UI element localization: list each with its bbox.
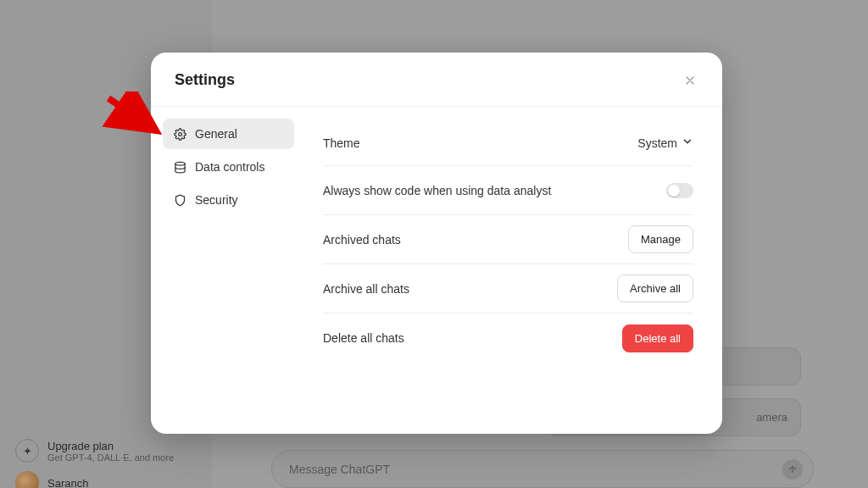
modal-title: Settings	[175, 71, 235, 89]
delete-all-button[interactable]: Delete all	[622, 324, 693, 352]
send-icon[interactable]	[782, 459, 803, 480]
message-placeholder: Message ChatGPT	[289, 463, 390, 476]
setting-delete-all: Delete all chats Delete all	[323, 313, 693, 363]
close-button[interactable]	[682, 72, 698, 89]
setting-label: Theme	[323, 136, 360, 150]
avatar	[15, 471, 39, 488]
upgrade-plan[interactable]: ✦ Upgrade plan Get GPT-4, DALL·E, and mo…	[15, 439, 174, 463]
setting-label: Archived chats	[323, 233, 401, 247]
avatar-name: Saranch	[47, 477, 88, 489]
settings-modal: Settings General Data controls	[151, 53, 722, 434]
upgrade-subtitle: Get GPT-4, DALL·E, and more	[47, 452, 174, 463]
nav-item-label: Data controls	[195, 160, 264, 174]
setting-archive-all: Archive all chats Archive all	[323, 264, 693, 313]
settings-nav: General Data controls Security	[163, 119, 303, 425]
upgrade-title: Upgrade plan	[47, 440, 174, 452]
svg-point-1	[175, 162, 184, 165]
message-input-box[interactable]: Message ChatGPT	[271, 450, 814, 488]
bg-card-camera-text: amera	[756, 411, 787, 424]
code-toggle[interactable]	[666, 183, 693, 198]
setting-archived-chats: Archived chats Manage	[323, 215, 693, 264]
setting-label: Always show code when using data analyst	[323, 184, 551, 197]
setting-label: Archive all chats	[323, 282, 409, 296]
shield-icon	[173, 193, 186, 207]
nav-item-label: General	[195, 127, 237, 141]
nav-item-label: Security	[195, 193, 238, 207]
sparkle-icon: ✦	[15, 439, 39, 463]
setting-code-toggle: Always show code when using data analyst	[323, 166, 693, 215]
nav-item-security[interactable]: Security	[163, 185, 294, 215]
theme-value: System	[637, 136, 677, 150]
nav-item-data-controls[interactable]: Data controls	[163, 152, 294, 182]
chevron-down-icon	[682, 136, 693, 150]
nav-item-general[interactable]: General	[163, 119, 294, 149]
archive-all-button[interactable]: Archive all	[617, 274, 693, 302]
toggle-knob	[668, 185, 680, 197]
settings-content: Theme System Always show code when using…	[303, 119, 722, 425]
gear-icon	[173, 127, 186, 141]
setting-theme: Theme System	[323, 132, 693, 166]
theme-select[interactable]: System	[637, 136, 693, 150]
modal-body: General Data controls Security Theme Sys…	[151, 107, 722, 434]
user-avatar-row[interactable]: Saranch	[15, 471, 88, 488]
svg-point-0	[178, 132, 181, 136]
database-icon	[173, 160, 186, 174]
modal-header: Settings	[151, 53, 722, 107]
manage-button[interactable]: Manage	[628, 225, 693, 253]
setting-label: Delete all chats	[323, 331, 404, 345]
